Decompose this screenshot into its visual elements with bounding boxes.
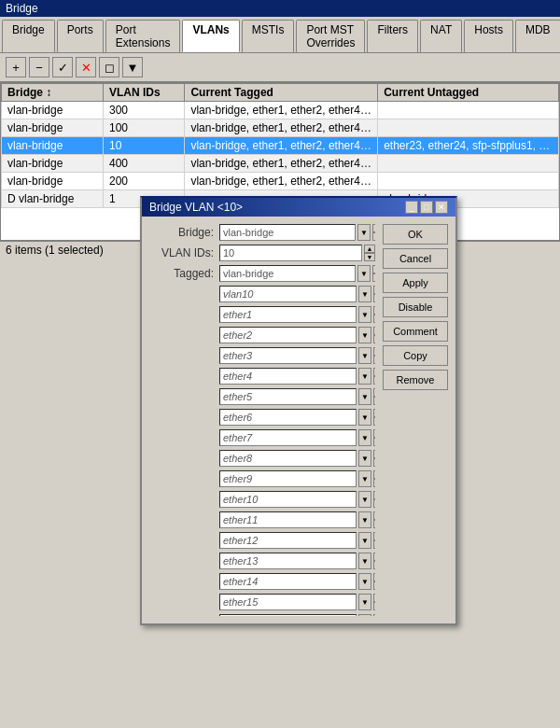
- tagged-item-dropdown-btn[interactable]: ▼: [358, 327, 371, 343]
- tagged-item-spin-down[interactable]: ▼: [373, 335, 375, 343]
- copy-button[interactable]: ◻: [99, 57, 119, 77]
- tagged-item-field[interactable]: [219, 573, 357, 590]
- bridge-field[interactable]: [219, 224, 356, 241]
- comment-button[interactable]: Comment: [383, 321, 448, 342]
- tab-hosts[interactable]: Hosts: [464, 20, 513, 52]
- tagged-item-spin-up[interactable]: ▲: [373, 511, 375, 520]
- tagged-item-spin-down[interactable]: ▼: [373, 540, 375, 549]
- tagged-item-spin-up[interactable]: ▲: [373, 450, 375, 458]
- tagged-item-spin-down[interactable]: ▼: [373, 376, 375, 385]
- tagged-item-field[interactable]: [219, 594, 357, 610]
- tagged-item-spin-down[interactable]: ▼: [373, 520, 375, 528]
- check-button[interactable]: ✓: [52, 57, 73, 77]
- tab-filters[interactable]: Filters: [367, 20, 418, 52]
- tagged-item-dropdown-btn[interactable]: ▼: [358, 553, 371, 569]
- tagged-item-field[interactable]: [219, 347, 357, 364]
- tagged-item-spin-down[interactable]: ▼: [373, 417, 375, 426]
- tagged-item-field[interactable]: [219, 429, 357, 446]
- copy-button-dialog[interactable]: Copy: [383, 345, 448, 366]
- tagged-item-spin-up[interactable]: ▲: [373, 594, 375, 602]
- tagged-item-dropdown-btn[interactable]: ▼: [358, 450, 371, 467]
- tagged-item-dropdown-btn[interactable]: ▼: [358, 573, 371, 590]
- dialog-minimize-button[interactable]: _: [405, 201, 418, 214]
- tagged-item-spin-down[interactable]: ▼: [373, 499, 375, 508]
- tagged-item-spin-up[interactable]: ▲: [373, 532, 375, 540]
- tagged-item-field[interactable]: [219, 614, 357, 616]
- tab-port-extensions[interactable]: Port Extensions: [105, 20, 181, 52]
- table-row[interactable]: vlan-bridge100vlan-bridge, ether1, ether…: [2, 119, 559, 137]
- tagged-item-dropdown-btn[interactable]: ▼: [358, 306, 371, 323]
- tagged-item-spin-up[interactable]: ▲: [373, 470, 375, 479]
- tab-port-mst-overrides[interactable]: Port MST Overrides: [296, 20, 365, 52]
- tagged-item-spin-up[interactable]: ▲: [373, 429, 375, 438]
- tagged-item-dropdown-btn[interactable]: ▼: [358, 368, 371, 385]
- dialog-maximize-button[interactable]: □: [420, 201, 433, 214]
- vlan-ids-field[interactable]: [219, 245, 362, 261]
- filter-button[interactable]: ▼: [122, 57, 143, 77]
- vlan-ids-spin-up[interactable]: ▲: [364, 245, 375, 253]
- tagged-item-spin-up[interactable]: ▲: [373, 491, 375, 499]
- remove-button-dialog[interactable]: Remove: [383, 370, 448, 390]
- tagged-item-field[interactable]: [219, 491, 357, 508]
- cancel-button[interactable]: Cancel: [383, 248, 448, 269]
- tagged-item-field[interactable]: [219, 368, 357, 385]
- tagged-item-dropdown-btn[interactable]: ▼: [358, 614, 371, 616]
- tagged-item-spin-up[interactable]: ▲: [373, 409, 375, 417]
- tagged-item-field[interactable]: [219, 286, 357, 302]
- tagged-item-dropdown-btn[interactable]: ▼: [358, 511, 371, 528]
- table-row[interactable]: vlan-bridge300vlan-bridge, ether1, ether…: [2, 102, 559, 119]
- table-row[interactable]: vlan-bridge400vlan-bridge, ether1, ether…: [2, 155, 559, 173]
- tagged-item-field[interactable]: [219, 511, 357, 528]
- ok-button[interactable]: OK: [383, 224, 448, 245]
- tagged-item-spin-down[interactable]: ▼: [373, 479, 375, 487]
- tagged-item-spin-down[interactable]: ▼: [373, 397, 375, 405]
- bridge-spin-down[interactable]: ▼: [372, 232, 375, 241]
- tagged-item-dropdown-btn[interactable]: ▼: [358, 491, 371, 508]
- tagged-item-spin-up[interactable]: ▲: [373, 347, 375, 356]
- tab-nat[interactable]: NAT: [420, 20, 462, 52]
- tagged-item-spin-up[interactable]: ▲: [373, 306, 375, 315]
- bridge-dropdown-btn[interactable]: ▼: [357, 224, 371, 241]
- dialog-form-container[interactable]: Bridge: ▼ ▲ ▼ VLAN IDs:: [149, 224, 375, 616]
- tab-vlans[interactable]: VLANs: [182, 20, 239, 52]
- tagged-item-spin-down[interactable]: ▼: [373, 602, 375, 610]
- tagged-item-field[interactable]: [219, 553, 357, 569]
- cross-button[interactable]: ✕: [76, 57, 96, 77]
- vlan-ids-spin-down[interactable]: ▼: [364, 253, 375, 261]
- tab-bridge[interactable]: Bridge: [2, 20, 55, 52]
- tagged-item-dropdown-btn[interactable]: ▼: [358, 594, 371, 610]
- tagged-item-spin-down[interactable]: ▼: [373, 581, 375, 590]
- tagged-item-dropdown-btn[interactable]: ▼: [358, 286, 371, 302]
- tagged-item-spin-up[interactable]: ▲: [373, 388, 375, 397]
- tagged-item-spin-up[interactable]: ▲: [373, 614, 375, 616]
- tagged-item-field[interactable]: [219, 470, 357, 487]
- tagged-item-spin-down[interactable]: ▼: [373, 356, 375, 364]
- tagged-item-dropdown-btn[interactable]: ▼: [358, 347, 371, 364]
- tagged-item-dropdown-btn[interactable]: ▼: [358, 409, 371, 426]
- tagged-item-field[interactable]: [219, 409, 357, 426]
- tagged-item-field[interactable]: [219, 327, 357, 343]
- tagged-item-spin-up[interactable]: ▲: [373, 327, 375, 335]
- tagged-first-spin-down[interactable]: ▼: [372, 273, 375, 282]
- tagged-item-spin-up[interactable]: ▲: [373, 368, 375, 376]
- tagged-item-spin-down[interactable]: ▼: [373, 315, 375, 323]
- tagged-first-dropdown-btn[interactable]: ▼: [357, 265, 371, 282]
- tab-mstis[interactable]: MSTIs: [242, 20, 295, 52]
- tagged-item-spin-down[interactable]: ▼: [373, 561, 375, 569]
- dialog-close-button[interactable]: ✕: [435, 201, 448, 214]
- tagged-item-spin-down[interactable]: ▼: [373, 294, 375, 302]
- disable-button[interactable]: Disable: [383, 297, 448, 317]
- tab-mdb[interactable]: MDB: [515, 20, 560, 52]
- bridge-spin-up[interactable]: ▲: [372, 224, 375, 232]
- tagged-item-dropdown-btn[interactable]: ▼: [358, 429, 371, 446]
- remove-button[interactable]: −: [29, 57, 49, 77]
- apply-button[interactable]: Apply: [383, 273, 448, 293]
- tagged-item-dropdown-btn[interactable]: ▼: [358, 388, 371, 405]
- tagged-item-field[interactable]: [219, 306, 357, 323]
- tagged-item-spin-down[interactable]: ▼: [373, 438, 375, 446]
- table-row[interactable]: vlan-bridge10vlan-bridge, ether1, ether2…: [2, 137, 559, 155]
- tagged-item-spin-up[interactable]: ▲: [373, 573, 375, 581]
- tagged-first-field[interactable]: [219, 265, 356, 282]
- tagged-item-dropdown-btn[interactable]: ▼: [358, 470, 371, 487]
- tagged-item-field[interactable]: [219, 532, 357, 549]
